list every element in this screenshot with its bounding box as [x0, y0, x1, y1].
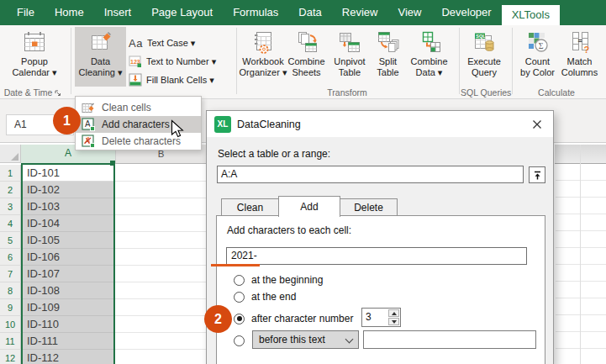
- radio-icon[interactable]: [234, 275, 245, 286]
- cell-column-b[interactable]: [115, 215, 206, 232]
- cell-column-b[interactable]: [115, 198, 206, 215]
- delete-characters-icon: A: [82, 135, 95, 148]
- radio-icon-selected[interactable]: [234, 314, 245, 324]
- close-button[interactable]: [529, 116, 545, 133]
- sheet-row: 11ID-111: [0, 333, 206, 350]
- cell-column-b[interactable]: [115, 350, 206, 364]
- option-at-the-beginning[interactable]: at the beginning: [234, 273, 323, 287]
- svg-text:A: A: [85, 119, 91, 129]
- row-header[interactable]: 7: [0, 266, 21, 282]
- cell-column-a[interactable]: ID-106: [21, 249, 115, 266]
- fill-blank-cells-button[interactable]: Fill Blank Cells ▾: [129, 71, 214, 88]
- stepper-up-button[interactable]: [388, 309, 399, 317]
- character-number-stepper[interactable]: 3: [361, 308, 401, 327]
- option-before-this-text[interactable]: [234, 334, 245, 347]
- select-all-corner[interactable]: [0, 145, 21, 163]
- cell-column-a[interactable]: ID-111: [21, 333, 115, 350]
- dialog-title-bar[interactable]: XL DataCleaning: [207, 111, 553, 137]
- row-header[interactable]: 3: [0, 198, 21, 215]
- tab-delete[interactable]: Delete: [340, 198, 398, 216]
- option-after-character-number[interactable]: after character number: [234, 312, 353, 325]
- split-table-button[interactable]: Split Table: [372, 27, 403, 87]
- popup-calendar-button[interactable]: Popup Calendar ▾: [8, 27, 61, 87]
- position-select[interactable]: before this text: [252, 330, 359, 349]
- cell-column-a[interactable]: ID-103: [21, 198, 115, 215]
- tab-page-layout[interactable]: Page Layout: [141, 0, 223, 25]
- tab-view[interactable]: View: [387, 0, 431, 25]
- tab-formulas[interactable]: Formulas: [223, 0, 288, 25]
- row-header[interactable]: 6: [0, 249, 21, 266]
- tab-review[interactable]: Review: [332, 0, 388, 25]
- tab-add[interactable]: Add: [278, 196, 340, 217]
- cell-column-b[interactable]: [115, 299, 206, 316]
- menu-item-clean-cells[interactable]: Clean cells: [76, 99, 201, 116]
- text-to-number-button[interactable]: 123 Text to Number ▾: [129, 53, 216, 70]
- cell-column-a[interactable]: ID-112: [21, 350, 115, 364]
- cell-column-a[interactable]: ID-110: [21, 316, 115, 333]
- combine-sheets-button[interactable]: Combine Sheets: [287, 27, 326, 87]
- add-characters-input[interactable]: 2021-: [226, 247, 527, 265]
- row-header[interactable]: 11: [0, 333, 21, 350]
- match-columns-button[interactable]: = ? Match Columns: [558, 27, 601, 87]
- tab-home[interactable]: Home: [45, 0, 94, 25]
- cell-column-b[interactable]: [115, 165, 206, 182]
- cell-column-b[interactable]: [115, 333, 206, 350]
- button-label: Calendar ▾: [12, 67, 56, 77]
- button-label: Unpivot: [334, 56, 365, 66]
- datacleaning-dialog: XL DataCleaning Select a table or a rang…: [206, 110, 554, 364]
- count-by-color-button[interactable]: Σ Count by Color: [516, 27, 559, 87]
- option-at-the-end[interactable]: at the end: [234, 290, 296, 303]
- row-header[interactable]: 5: [0, 232, 21, 249]
- range-input[interactable]: A:A: [217, 166, 524, 183]
- sheet-row: 10ID-110: [0, 316, 206, 333]
- annotation-underline: [211, 264, 260, 266]
- cell-column-b[interactable]: [115, 266, 206, 282]
- workbook-organizer-button[interactable]: Workbook Organizer ▾: [239, 27, 287, 87]
- tab-data[interactable]: Data: [288, 0, 331, 25]
- text-case-button[interactable]: Aa Text Case ▾: [129, 34, 195, 51]
- row-header[interactable]: 10: [0, 316, 21, 333]
- cell-column-a[interactable]: ID-105: [21, 232, 115, 249]
- row-header[interactable]: 2: [0, 182, 21, 198]
- cell-column-a[interactable]: ID-101: [21, 165, 115, 182]
- right-cells[interactable]: [556, 164, 606, 364]
- cell-column-b[interactable]: [115, 182, 206, 198]
- tab-file[interactable]: File: [7, 0, 45, 25]
- cell-column-a[interactable]: ID-102: [21, 182, 115, 198]
- radio-icon[interactable]: [234, 335, 245, 346]
- fill-handle[interactable]: [110, 161, 115, 166]
- match-text-input[interactable]: [363, 330, 536, 349]
- row-header[interactable]: 1: [0, 165, 21, 182]
- down-arrow-icon: [392, 320, 397, 324]
- radio-icon[interactable]: [234, 292, 245, 303]
- execute-query-button[interactable]: SQL Execute Query: [463, 27, 505, 87]
- step-1-badge: 1: [53, 107, 81, 135]
- unpivot-table-button[interactable]: Unpivot Table: [329, 27, 371, 87]
- xltools-logo-icon: XL: [214, 116, 231, 133]
- tab-clean[interactable]: Clean: [221, 198, 279, 216]
- range-picker-button[interactable]: [529, 166, 545, 183]
- dialog-launcher-icon[interactable]: [55, 90, 61, 97]
- cell-column-a[interactable]: ID-104: [21, 215, 115, 232]
- row-header[interactable]: 8: [0, 282, 21, 299]
- cell-column-a[interactable]: ID-108: [21, 282, 115, 299]
- tab-developer[interactable]: Developer: [431, 0, 501, 25]
- stepper-down-button[interactable]: [388, 318, 399, 325]
- row-header[interactable]: 9: [0, 299, 21, 316]
- row-header[interactable]: 4: [0, 215, 21, 232]
- combine-data-button[interactable]: Combine Data ▾: [406, 27, 452, 87]
- cell-column-a[interactable]: ID-107: [21, 266, 115, 282]
- data-cleaning-button[interactable]: Data Cleaning ▾: [75, 27, 126, 87]
- cell-column-b[interactable]: [115, 282, 206, 299]
- cell-column-b[interactable]: [115, 316, 206, 333]
- tab-insert[interactable]: Insert: [94, 0, 142, 25]
- group-separator: [71, 28, 71, 94]
- stepper-value[interactable]: 3: [362, 309, 387, 326]
- text-to-number-icon: 123: [129, 55, 142, 68]
- cell-column-b[interactable]: [115, 232, 206, 249]
- cell-column-b[interactable]: [115, 249, 206, 266]
- tab-xltools[interactable]: XLTools: [502, 5, 560, 25]
- cell-column-a[interactable]: ID-109: [21, 299, 115, 316]
- row-header[interactable]: 12: [0, 350, 21, 364]
- close-icon: [532, 119, 542, 129]
